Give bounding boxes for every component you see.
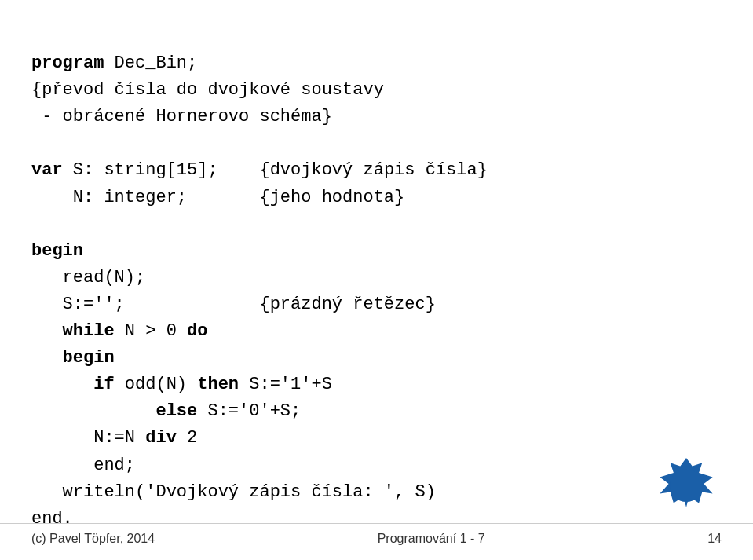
keyword-begin-2: begin (63, 348, 115, 368)
keyword-div: div (145, 428, 177, 448)
keyword-then: then (197, 375, 239, 394)
keyword-if: if (93, 375, 114, 394)
footer-copyright: (c) Pavel Töpfer, 2014 (31, 532, 155, 546)
code-block: program Dec_Bin; {převod čísla do dvojko… (31, 24, 722, 559)
footer-page-number: 14 (707, 532, 722, 546)
footer-title: Programování 1 - 7 (378, 532, 485, 546)
keyword-else: else (155, 401, 197, 421)
footer: (c) Pavel Töpfer, 2014 Programování 1 - … (0, 523, 753, 546)
page-container: program Dec_Bin; {převod čísla do dvojko… (0, 0, 753, 560)
keyword-program: program (31, 53, 104, 73)
keyword-begin-1: begin (31, 241, 83, 261)
keyword-while: while (63, 321, 115, 341)
sun-decoration-icon (659, 458, 714, 513)
sun-circle (670, 469, 703, 502)
keyword-var: var (31, 160, 63, 180)
keyword-do: do (187, 321, 207, 341)
